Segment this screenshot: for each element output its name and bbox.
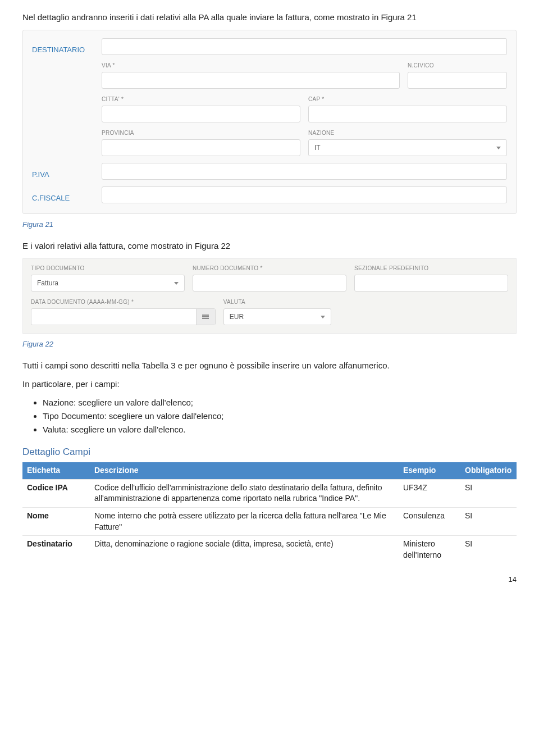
figure-21-form: DESTINATARIO VIA * N.CIVICO CITTA' * CAP…	[22, 30, 517, 214]
tipo-documento-label: TIPO DOCUMENTO	[31, 265, 185, 272]
tipo-documento-value: Fattura	[37, 279, 58, 288]
provincia-input[interactable]	[102, 139, 300, 156]
provincia-label: PROVINCIA	[102, 129, 300, 137]
calendar-icon	[196, 309, 215, 325]
cell-desc: Codice dell'ufficio dell'amministrazione…	[90, 479, 399, 507]
numero-documento-input[interactable]	[193, 275, 346, 292]
via-label: VIA *	[102, 62, 400, 70]
tipo-documento-select[interactable]: Fattura	[31, 275, 185, 292]
table-row: Destinatario Ditta, denominazione o ragi…	[22, 536, 517, 564]
cell-obbligatorio: SI	[460, 507, 517, 535]
ncivico-input[interactable]	[408, 72, 507, 89]
cell-obbligatorio: SI	[460, 479, 517, 507]
cell-example: Ministero dell'Interno	[399, 536, 460, 564]
cell-example: UF34Z	[399, 479, 460, 507]
chevron-down-icon	[174, 282, 179, 285]
data-documento-input-wrap[interactable]	[31, 308, 216, 325]
cap-input[interactable]	[308, 106, 507, 122]
cell-example: Consulenza	[399, 507, 460, 535]
bullet-item: Tipo Documento: scegliere un valore dall…	[43, 410, 517, 422]
destinatario-input[interactable]	[102, 38, 507, 55]
after-fig22-2: In particolare, per i campi:	[22, 378, 517, 390]
citta-input[interactable]	[102, 106, 300, 122]
header-esempio: Esempio	[399, 462, 460, 479]
table-row: Codice IPA Codice dell'ufficio dell'ammi…	[22, 479, 517, 507]
page-number: 14	[22, 575, 517, 585]
bullet-list: Nazione: scegliere un valore dall'elenco…	[43, 397, 517, 435]
dettaglio-campi-table: Etichetta Descrizione Esempio Obbligator…	[22, 462, 517, 563]
nazione-value: IT	[314, 143, 321, 153]
numero-documento-label: NUMERO DOCUMENTO *	[193, 265, 346, 272]
cell-desc: Nome interno che potrà essere utilizzato…	[90, 507, 399, 535]
cell-obbligatorio: SI	[460, 536, 517, 564]
cell-name: Destinatario	[22, 536, 90, 564]
ncivico-label: N.CIVICO	[408, 62, 507, 70]
chevron-down-icon	[321, 316, 325, 318]
header-descrizione: Descrizione	[90, 462, 399, 479]
valuta-label: VALUTA	[223, 298, 331, 306]
nazione-label: NAZIONE	[308, 129, 507, 137]
header-etichetta: Etichetta	[22, 462, 90, 479]
table-header-row: Etichetta Descrizione Esempio Obbligator…	[22, 462, 517, 479]
chevron-down-icon	[496, 147, 501, 149]
valuta-value: EUR	[230, 312, 244, 322]
cap-label: CAP *	[308, 95, 507, 103]
bullet-item: Valuta: scegliere un valore dall'elenco.	[43, 423, 517, 435]
figure-21-caption: Figura 21	[22, 220, 517, 230]
cell-name: Nome	[22, 507, 90, 535]
citta-label: CITTA' *	[102, 95, 300, 103]
cfiscale-label: C.FISCALE	[32, 193, 94, 203]
table-row: Nome Nome interno che potrà essere utili…	[22, 507, 517, 535]
intro-paragraph: Nel dettaglio andranno inseriti i dati r…	[22, 11, 517, 23]
valuta-select[interactable]: EUR	[223, 308, 331, 325]
via-input[interactable]	[102, 72, 400, 89]
bullet-item: Nazione: scegliere un valore dall'elenco…	[43, 397, 517, 408]
cell-name: Codice IPA	[22, 479, 90, 507]
figure-22-form: TIPO DOCUMENTO Fattura NUMERO DOCUMENTO …	[22, 258, 517, 334]
destinatario-label: DESTINATARIO	[32, 45, 94, 55]
data-documento-label: DATA DOCUMENTO (aaaa-mm-gg) *	[31, 298, 216, 306]
cfiscale-input[interactable]	[102, 186, 507, 203]
nazione-select[interactable]: IT	[308, 139, 507, 156]
dettaglio-campi-heading: Dettaglio Campi	[22, 445, 517, 459]
figure-22-caption: Figura 22	[22, 339, 517, 349]
cell-desc: Ditta, denominazione o ragione sociale (…	[90, 536, 399, 564]
after-fig22-1: Tutti i campi sono descritti nella Tabel…	[22, 359, 517, 371]
piva-label: P.IVA	[32, 170, 94, 180]
sezionale-input[interactable]	[354, 275, 508, 292]
piva-input[interactable]	[102, 163, 507, 180]
sezionale-label: SEZIONALE PREDEFINITO	[354, 265, 508, 272]
mid-paragraph: E i valori relativi alla fattura, come m…	[22, 240, 517, 252]
header-obbligatorio: Obbligatorio	[460, 462, 517, 479]
